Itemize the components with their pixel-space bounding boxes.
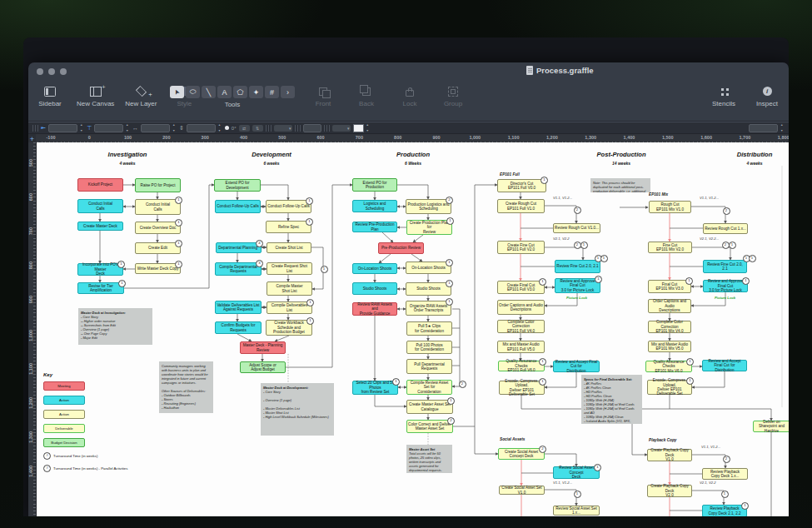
flow-node[interactable]: Departmental Planning*4	[216, 242, 262, 253]
note-box[interactable]: Specs for Final Deliverable Set:- 4K Pro…	[581, 375, 642, 424]
flow-node[interactable]: Studio Shoots1	[406, 282, 451, 296]
flow-node[interactable]: Kickoff Project	[77, 178, 123, 192]
close-button[interactable]	[37, 68, 43, 75]
note-box[interactable]: Master Deck at Development:- Core Story …	[261, 383, 334, 436]
flow-node[interactable]: Final Cut EP101 Mix V3.01	[648, 280, 691, 293]
flow-node[interactable]: Order Captions and Audio Descriptions	[497, 300, 545, 315]
flow-node[interactable]: Review Social Asset Concept Deck1	[553, 466, 600, 479]
toolbar-new-layer-button[interactable]: New Layer	[124, 86, 157, 107]
flow-node[interactable]: Deliver on Sharepoint and Hardrive	[753, 421, 789, 432]
flow-node[interactable]: Validate Deliverables List Against Reque…	[215, 301, 262, 314]
flow-node[interactable]: Create Social Asset Concept Deck2	[498, 448, 545, 460]
flow-node[interactable]: Refine Spec1	[266, 221, 311, 233]
diagram-tool[interactable]: #	[265, 86, 279, 98]
flow-node[interactable]: Quality Assurance Checks EP101 Mix V6.01	[645, 361, 692, 372]
fill-color-well[interactable]	[353, 124, 364, 132]
y-position-field[interactable]	[94, 124, 123, 132]
flow-node[interactable]: Revise for Tier Amplification1	[77, 282, 124, 294]
stroke-field[interactable]	[303, 124, 321, 132]
flow-node[interactable]: Review Playback Copy Deck 2.1, 2.21	[702, 505, 747, 516]
flow-node[interactable]: Quality Assurance Checks EP101 Full V6.0…	[498, 361, 545, 371]
flow-node[interactable]: Production Logistics and Scheduling2	[406, 199, 451, 214]
flow-node[interactable]: Create Playback Copy Deck V1.0	[647, 449, 692, 461]
flow-node[interactable]: Create Rough Cut EP101 Full V1.0	[497, 199, 545, 213]
flow-node[interactable]: Create Production Plan for Review1	[406, 220, 452, 235]
flow-node[interactable]: Pull Departmental Requests	[406, 359, 452, 374]
flow-node[interactable]: Pull 100 Photos for Consideration	[406, 341, 452, 354]
rotation-knob[interactable]	[225, 126, 229, 130]
font-stepper[interactable]	[780, 124, 785, 132]
flow-node[interactable]: Complete Color Correction EP101 Full V4.…	[497, 320, 545, 333]
flow-node[interactable]: Select 20 Clips and 50 Photos from Revie…	[352, 381, 398, 395]
flow-node[interactable]: Create Shot List	[267, 242, 311, 253]
flow-node[interactable]: Raise PO for Project	[135, 178, 181, 192]
flow-node[interactable]: Review and Accept Final Cut for Distribu…	[553, 361, 600, 372]
toolbar-inspect-button[interactable]: Inspect	[750, 86, 784, 107]
flow-node[interactable]: Review Playback Copy Deck 1.x...	[702, 468, 748, 480]
flow-node[interactable]: Review Fine Cut 2.0, 2.1	[703, 260, 747, 273]
flow-node[interactable]: Mix and Master Audio EP101 Full V5.0	[497, 341, 545, 353]
zoom-button[interactable]	[60, 68, 67, 75]
flip-vertical-button[interactable]: ⇅	[252, 125, 263, 132]
flow-node[interactable]: Compile Deliverables List1	[267, 301, 312, 314]
flip-horizontal-button[interactable]: ⇄	[239, 125, 250, 132]
flow-node[interactable]: Extend PO for Development	[214, 179, 261, 192]
flow-node[interactable]: Create Final Cut EP101 Full V3.01	[497, 281, 545, 294]
flow-node[interactable]: Review RAW Assets and Provide Guidance	[352, 302, 397, 316]
flow-node[interactable]: On-Location Shoots1	[406, 262, 451, 274]
flow-node[interactable]: Rough Cut EP101 Mix V1.0	[649, 201, 691, 213]
flow-node[interactable]: Create Fine Cut EP101 Full V2.0	[497, 241, 545, 254]
flow-node[interactable]: Complete Color Correction EP101 Mix V4.0	[648, 321, 691, 333]
stroke-style-dropdown[interactable]	[332, 125, 351, 132]
flow-node[interactable]: Create Edit1	[135, 242, 181, 254]
x-position-stepper[interactable]	[80, 124, 84, 132]
note-box[interactable]: Note: This process should be duplicated …	[590, 178, 650, 192]
x-position-field[interactable]	[48, 124, 77, 132]
flow-node[interactable]: Review and Approve Final Cut 3.0 for Pic…	[555, 278, 600, 293]
flow-node[interactable]: Pull 5★ Clips for Consideration	[406, 321, 452, 336]
pen-shape-tool[interactable]: ⬠	[233, 86, 247, 98]
flow-node[interactable]: Create Playback Copy Deck V2.0	[647, 485, 692, 497]
text-tool[interactable]: A	[217, 86, 232, 98]
flow-node[interactable]: Incorporate into POV Master Deck1	[77, 263, 123, 276]
width-stepper[interactable]	[172, 124, 177, 132]
flow-node[interactable]: Order Captions and Audio Descriptions	[648, 299, 691, 313]
flow-node[interactable]: Adjust Scope or Adjust Budget	[240, 361, 286, 373]
flow-node[interactable]: Conduct Follow-Up Calls1	[266, 200, 311, 213]
point-editor-tool[interactable]: ✦	[249, 86, 263, 98]
flow-node[interactable]: Create Workback Schedule and Production …	[266, 320, 312, 336]
flow-node[interactable]: Create Master Asset Set Catalogue1	[406, 400, 453, 414]
flow-node[interactable]: On-Location Shoots	[352, 263, 397, 274]
flow-node[interactable]: Compile Review Asset Set for Considerati…	[406, 380, 452, 395]
note-box[interactable]: Master Deck at Investigation:- Core Stor…	[78, 308, 152, 345]
flow-node[interactable]: Encode, Compress, Upload, Deliver EP101 …	[499, 381, 545, 395]
toolbar-new-canvas-button[interactable]: New Canvas	[77, 86, 114, 107]
flow-node[interactable]: Conduct Initial Calls1	[135, 199, 181, 215]
flow-node[interactable]: Review Rough Cut 1.x...	[703, 223, 748, 234]
line-tool[interactable]: ╲	[202, 86, 216, 98]
flow-node[interactable]: Create Master Deck	[77, 222, 123, 231]
flow-node[interactable]: Create Social Asset Set V1.0	[499, 486, 545, 495]
flow-node[interactable]: Master Deck - Planning Review	[240, 341, 286, 354]
flow-node[interactable]: Review and Accept Final Cut for Distribu…	[702, 360, 747, 371]
flow-node[interactable]: Create Request Shot List	[267, 262, 312, 275]
width-field[interactable]	[141, 124, 170, 132]
flow-node[interactable]: Create Overview Doc1	[135, 222, 181, 234]
flow-node[interactable]: Organize RAW Assets Order Transcripts1	[406, 301, 451, 316]
height-stepper[interactable]	[218, 124, 222, 132]
flow-node[interactable]: Mix and Master Audio EP101 Mix V5.0	[648, 341, 691, 352]
note-box[interactable]: Community managers working with business…	[159, 361, 213, 413]
flow-node[interactable]: Confirm Budgets for Requests	[215, 321, 262, 334]
height-field[interactable]	[187, 124, 216, 132]
toolbar-sidebar-button[interactable]: Sidebar	[33, 86, 67, 107]
flow-node[interactable]: Conduct Follow-Up Calls	[215, 200, 261, 213]
flow-node[interactable]: Compile Master Shot List	[267, 281, 312, 296]
fill-color-stepper[interactable]	[366, 124, 371, 132]
flow-node[interactable]: Fine Cut EP101 Mix V2.0	[648, 242, 692, 253]
minimize-button[interactable]	[48, 68, 55, 75]
flow-node[interactable]: Compile Departmental Requests3	[215, 262, 262, 276]
flow-node[interactable]: Logistics and Scheduling	[352, 200, 397, 212]
flow-node[interactable]: Review Social Asset Set 1.x...	[553, 506, 600, 516]
flow-node[interactable]: Review Fine Cut 2.0, 2.1	[555, 260, 600, 273]
shape-tool[interactable]: ⬭	[186, 86, 200, 98]
